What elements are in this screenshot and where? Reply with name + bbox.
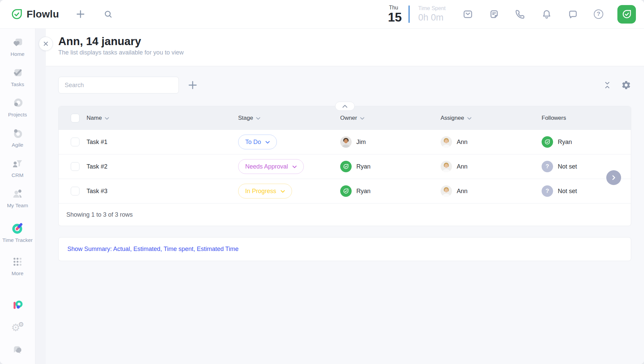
page-subtitle: The list displays tasks available for yo… xyxy=(58,49,631,56)
body: Home Tasks Projects Agile xyxy=(0,29,644,364)
sidebar-item-label: Projects xyxy=(8,111,27,118)
table-row: Task #1 To Do J xyxy=(59,130,631,154)
sidebar-item-label: Home xyxy=(10,51,24,58)
page-title: Ann, 14 january xyxy=(58,34,631,48)
flowlu-app-window: Flowlu Thu 15 Time Spent 0h 0m xyxy=(0,0,644,364)
stage-label: In Progress xyxy=(245,188,276,195)
stage-dropdown[interactable]: To Do xyxy=(238,135,277,149)
person-name: Jim xyxy=(356,139,366,146)
create-new-icon[interactable] xyxy=(75,9,86,20)
stage-dropdown[interactable]: In Progress xyxy=(238,184,292,198)
column-label: Stage xyxy=(238,115,253,121)
sidebar-item-my-team[interactable]: My Team xyxy=(0,186,35,211)
collapse-table-tab[interactable] xyxy=(335,102,355,111)
toolbar-right-icons xyxy=(603,80,631,90)
crm-icon xyxy=(11,157,24,170)
main-panel: Ann, 14 january The list displays tasks … xyxy=(46,29,644,364)
chat-icon[interactable] xyxy=(568,9,578,20)
avatar-photo-ann xyxy=(441,136,452,148)
sidebar: Home Tasks Projects Agile xyxy=(0,29,35,364)
add-task-button[interactable] xyxy=(187,79,198,91)
app-logo-icon[interactable] xyxy=(11,299,24,311)
collapse-rows-icon[interactable] xyxy=(603,81,612,89)
avatar-photo-ann xyxy=(441,185,452,197)
row-checkbox[interactable] xyxy=(71,187,79,195)
list-settings-gear-icon[interactable] xyxy=(621,80,631,90)
person-name: Not set xyxy=(558,163,577,170)
sidebar-item-time-tracker[interactable]: Time Tracker xyxy=(0,216,35,249)
column-header-assignee[interactable]: Assignee xyxy=(441,115,542,121)
column-label: Owner xyxy=(340,115,357,121)
row-checkbox[interactable] xyxy=(71,138,79,146)
close-view-button[interactable] xyxy=(39,37,53,51)
person-name: Ann xyxy=(457,139,468,146)
close-icon xyxy=(42,40,49,47)
global-search-icon[interactable] xyxy=(103,9,113,19)
time-spent-widget[interactable]: Time Spent 0h 0m xyxy=(418,5,446,23)
task-name-link[interactable]: Task #3 xyxy=(87,188,238,195)
help-question-glyph: ? xyxy=(594,9,603,19)
settings-gears-icon[interactable]: ⚙ ⚙ xyxy=(11,321,24,333)
owner-person[interactable]: Ryan xyxy=(340,185,441,197)
list-toolbar xyxy=(58,77,631,94)
stage-label: Needs Approval xyxy=(245,163,288,170)
sidebar-item-more[interactable]: More xyxy=(0,254,35,279)
column-header-followers: Followers xyxy=(542,115,631,121)
select-all-checkbox[interactable] xyxy=(71,114,79,122)
sidebar-item-home[interactable]: Home xyxy=(0,35,35,60)
rows-count-status: Showing 1 to 3 of 3 rows xyxy=(66,211,133,218)
person-name: Not set xyxy=(558,188,577,195)
column-header-name[interactable]: Name xyxy=(87,115,238,121)
sidebar-item-projects[interactable]: Projects xyxy=(0,95,35,120)
time-spent-value: 0h 0m xyxy=(418,12,446,23)
sort-chevron-icon xyxy=(467,117,472,120)
notes-icon[interactable] xyxy=(489,9,500,20)
my-team-icon xyxy=(11,188,24,200)
help-icon[interactable]: ? xyxy=(594,9,603,19)
owner-person[interactable]: Jim xyxy=(340,136,441,148)
logo-text: Flowlu xyxy=(27,8,59,20)
assignee-person[interactable]: Ann xyxy=(441,185,542,197)
stage-dropdown[interactable]: Needs Approval xyxy=(238,159,304,174)
column-label: Followers xyxy=(542,115,566,121)
search-input[interactable] xyxy=(58,77,179,94)
assignee-person[interactable]: Ann xyxy=(441,136,542,148)
column-header-owner[interactable]: Owner xyxy=(340,115,441,121)
follower-person[interactable]: Ryan xyxy=(542,136,631,148)
profile-avatar-button[interactable] xyxy=(617,5,636,24)
feedback-chat-icon[interactable] xyxy=(11,344,24,355)
table-row: Task #2 Needs Approval xyxy=(59,154,631,179)
notifications-bell-icon[interactable] xyxy=(541,9,552,20)
topbar-icon-group: ? xyxy=(462,9,603,20)
row-checkbox[interactable] xyxy=(71,162,79,171)
task-name-link[interactable]: Task #1 xyxy=(87,139,238,146)
sidebar-item-agile[interactable]: Agile xyxy=(0,125,35,150)
panel-gutter xyxy=(35,29,46,364)
projects-icon xyxy=(11,97,24,109)
calendar-date-button[interactable]: Thu 15 xyxy=(388,5,402,24)
show-summary-link[interactable]: Show Summary: Actual, Estimated, Time sp… xyxy=(67,246,238,253)
calls-icon[interactable] xyxy=(515,9,526,20)
sidebar-item-label: CRM xyxy=(11,172,23,179)
chevron-down-icon xyxy=(265,141,270,144)
follower-person[interactable]: ? Not set xyxy=(542,185,631,197)
sidebar-item-crm[interactable]: CRM xyxy=(0,156,35,181)
sidebar-item-label: Agile xyxy=(12,142,23,149)
flowlu-logo[interactable]: Flowlu xyxy=(11,8,59,20)
sidebar-item-tasks[interactable]: Tasks xyxy=(0,65,35,90)
sidebar-item-label: More xyxy=(11,270,23,277)
sidebar-item-label: Time Tracker xyxy=(2,237,33,244)
follower-person[interactable]: ? Not set xyxy=(542,161,631,172)
date-weekday: Thu xyxy=(389,5,398,10)
column-header-stage[interactable]: Stage xyxy=(238,115,340,121)
scroll-right-button[interactable] xyxy=(606,170,621,185)
mail-icon[interactable] xyxy=(462,9,473,20)
assignee-person[interactable]: Ann xyxy=(441,161,542,172)
avatar-flowlu-green xyxy=(542,136,553,148)
summary-card: Show Summary: Actual, Estimated, Time sp… xyxy=(58,237,631,261)
time-tracker-icon xyxy=(11,221,24,234)
home-icon xyxy=(11,36,24,48)
person-name: Ryan xyxy=(356,163,371,170)
task-name-link[interactable]: Task #2 xyxy=(87,163,238,170)
owner-person[interactable]: Ryan xyxy=(340,161,441,172)
